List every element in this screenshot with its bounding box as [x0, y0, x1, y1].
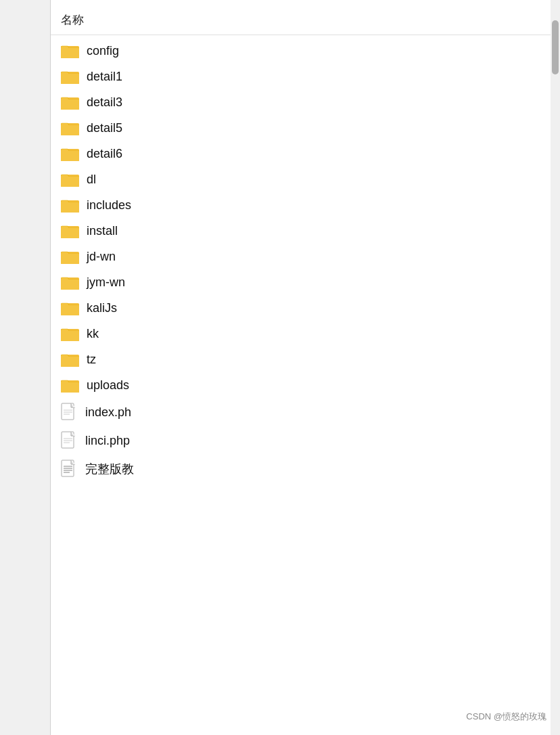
folder-icon — [61, 326, 80, 342]
folder-icon — [61, 248, 80, 265]
main-content: 名称 config detail1 detail3 — [51, 0, 560, 735]
file-name: kk — [87, 327, 99, 341]
file-name: install — [87, 224, 118, 238]
file-name: kaliJs — [87, 301, 117, 315]
list-item[interactable]: tz — [51, 347, 560, 372]
list-item[interactable]: jd-wn — [51, 244, 560, 269]
folder-icon — [61, 94, 80, 110]
left-panel — [0, 0, 51, 735]
folder-icon — [61, 171, 80, 187]
folder-icon — [61, 120, 80, 136]
list-item[interactable]: detail3 — [51, 89, 560, 115]
file-name: jd-wn — [87, 250, 116, 264]
folder-icon — [61, 197, 80, 213]
scrollbar-thumb[interactable] — [552, 20, 559, 74]
svg-rect-26 — [61, 202, 79, 213]
file-name: tz — [87, 353, 96, 367]
folder-icon — [61, 377, 80, 393]
folder-icon — [61, 300, 80, 316]
file-name: uploads — [87, 378, 129, 393]
list-item[interactable]: 完整版教 — [51, 455, 560, 483]
column-header: 名称 — [51, 7, 560, 35]
folder-icon — [61, 68, 80, 85]
list-item[interactable]: jym-wn — [51, 269, 560, 295]
list-item[interactable]: uploads — [51, 372, 560, 398]
list-item[interactable]: index.ph — [51, 398, 560, 426]
file-explorer: 名称 config detail1 detail3 — [0, 0, 560, 735]
file-name: detail3 — [87, 95, 122, 110]
list-item[interactable]: detail1 — [51, 64, 560, 89]
list-item[interactable]: kaliJs — [51, 295, 560, 321]
list-item[interactable]: includes — [51, 192, 560, 218]
watermark: CSDN @愤怒的玫瑰 — [466, 711, 546, 723]
folder-icon — [61, 146, 80, 162]
file-icon — [61, 403, 77, 422]
svg-rect-30 — [61, 228, 79, 238]
file-name: includes — [87, 198, 131, 213]
scrollbar[interactable] — [551, 0, 560, 735]
list-item[interactable]: linci.php — [51, 426, 560, 455]
svg-rect-2 — [61, 48, 79, 58]
svg-rect-22 — [61, 177, 79, 187]
file-icon — [61, 431, 77, 450]
svg-rect-54 — [61, 382, 79, 393]
text-file-icon — [61, 460, 77, 478]
file-name: jym-wn — [87, 275, 125, 290]
list-item[interactable]: config — [51, 38, 560, 64]
list-item[interactable]: detail5 — [51, 115, 560, 141]
svg-rect-18 — [61, 151, 79, 161]
svg-rect-46 — [61, 331, 79, 341]
file-name: detail5 — [87, 121, 122, 135]
svg-rect-10 — [61, 99, 79, 110]
file-name: dl — [87, 173, 96, 187]
folder-icon — [61, 274, 80, 290]
file-name: detail6 — [87, 147, 122, 161]
list-item[interactable]: install — [51, 218, 560, 244]
file-name: config — [87, 44, 119, 58]
list-item[interactable]: detail6 — [51, 141, 560, 166]
file-list: config detail1 detail3 detail5 — [51, 38, 560, 483]
main-panel: 名称 config detail1 detail3 — [51, 0, 560, 490]
file-name: linci.php — [85, 434, 130, 448]
folder-icon — [61, 351, 80, 368]
column-name-label: 名称 — [61, 14, 84, 26]
file-name: index.ph — [85, 405, 131, 420]
svg-rect-38 — [61, 280, 79, 290]
svg-rect-50 — [61, 357, 79, 367]
list-item[interactable]: dl — [51, 166, 560, 192]
svg-rect-6 — [61, 74, 79, 84]
file-name: detail1 — [87, 70, 122, 84]
file-name: 完整版教 — [85, 461, 134, 477]
folder-icon — [61, 223, 80, 239]
folder-icon — [61, 43, 80, 59]
list-item[interactable]: kk — [51, 321, 560, 347]
svg-rect-42 — [61, 305, 79, 315]
svg-rect-34 — [61, 254, 79, 264]
svg-rect-14 — [61, 125, 79, 135]
